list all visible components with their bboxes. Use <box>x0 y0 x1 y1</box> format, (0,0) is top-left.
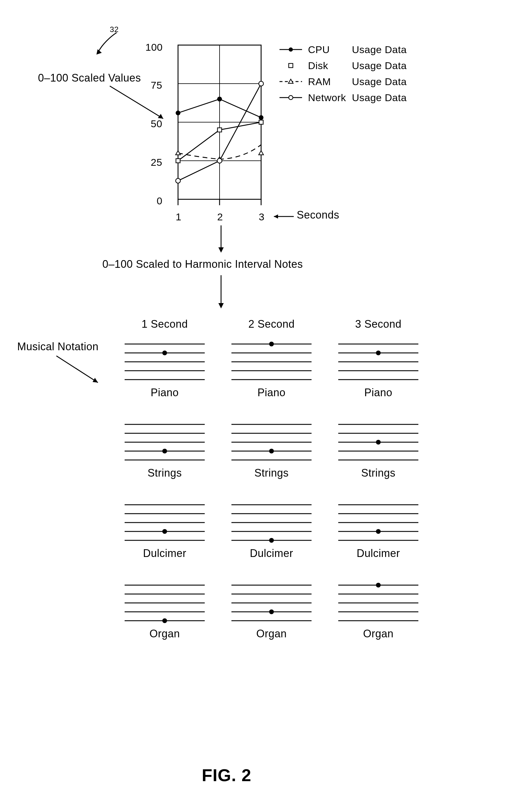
figure-caption: FIG. 2 <box>202 765 251 785</box>
staff-cell: Organ <box>338 582 418 640</box>
notation-row-strings: StringsStringsStrings <box>125 422 418 479</box>
svg-rect-14 <box>176 159 180 163</box>
legend-suffix-cpu: Usage Data <box>352 44 407 55</box>
note-dot <box>376 440 381 445</box>
svg-marker-19 <box>259 151 264 155</box>
col-header-3: 3 Second <box>338 318 418 330</box>
svg-marker-33 <box>218 247 224 253</box>
instrument-label: Dulcimer <box>125 547 205 560</box>
svg-marker-17 <box>176 151 180 155</box>
instrument-label: Organ <box>125 627 205 640</box>
svg-point-11 <box>176 110 180 115</box>
legend-marker-disk <box>279 62 303 69</box>
instrument-label: Dulcimer <box>338 547 418 560</box>
legend-suffix-network: Usage Data <box>352 92 407 103</box>
instrument-label: Organ <box>338 627 418 640</box>
legend-marker-network <box>279 94 303 101</box>
staff <box>231 502 312 543</box>
notation-grid: 1 Second 2 Second 3 Second PianoPianoPia… <box>113 318 418 640</box>
note-dot <box>162 449 167 454</box>
staff-cell: Dulcimer <box>338 502 418 560</box>
staff <box>231 582 312 624</box>
note-dot <box>376 583 381 587</box>
svg-point-21 <box>217 159 222 163</box>
xtick-3: 3 <box>259 211 265 223</box>
svg-rect-15 <box>217 128 222 132</box>
xtick-1: 1 <box>176 211 181 223</box>
svg-marker-37 <box>93 378 98 382</box>
svg-marker-35 <box>218 303 224 308</box>
svg-point-22 <box>259 81 264 86</box>
ytick-0: 0 <box>157 195 162 207</box>
staff-cell: Strings <box>231 422 312 479</box>
label-seconds: Seconds <box>297 209 339 221</box>
legend-name-ram: RAM <box>308 76 352 87</box>
note-dot <box>269 538 274 543</box>
instrument-label: Dulcimer <box>231 547 312 560</box>
note-dot <box>162 529 167 534</box>
note-dot <box>376 529 381 534</box>
staff-cell: Strings <box>125 422 205 479</box>
ytick-75: 75 <box>151 79 162 91</box>
instrument-label: Piano <box>125 386 205 399</box>
staff-cell: Piano <box>338 341 418 399</box>
notation-row-dulcimer: DulcimerDulcimerDulcimer <box>125 502 418 560</box>
svg-point-20 <box>176 179 180 183</box>
staff-cell: Dulcimer <box>231 502 312 560</box>
staff <box>338 502 418 543</box>
svg-marker-24 <box>274 214 278 219</box>
note-dot <box>376 350 381 355</box>
legend: CPU Usage Data Disk Usage Data RAM Usage… <box>279 41 407 105</box>
note-dot <box>269 342 274 346</box>
legend-marker-cpu <box>279 46 303 53</box>
ytick-25: 25 <box>151 157 162 168</box>
label-scaled-values: 0–100 Scaled Values <box>38 72 141 84</box>
arrow-down-2 <box>217 275 225 311</box>
col-header-2: 2 Second <box>231 318 312 330</box>
staff <box>338 582 418 624</box>
svg-point-31 <box>289 95 293 100</box>
staff <box>338 341 418 382</box>
svg-line-36 <box>56 356 98 382</box>
legend-marker-ram <box>279 78 303 85</box>
legend-name-cpu: CPU <box>308 44 352 55</box>
legend-name-network: Network <box>308 92 352 103</box>
svg-point-13 <box>259 115 264 120</box>
ref-numeral-leader <box>94 33 129 56</box>
staff <box>231 341 312 382</box>
instrument-label: Strings <box>231 467 312 479</box>
note-dot <box>269 449 274 454</box>
arrow-scaled-values <box>107 83 172 127</box>
label-scaled-to-harmonic: 0–100 Scaled to Harmonic Interval Notes <box>102 258 303 270</box>
staff <box>231 422 312 463</box>
legend-suffix-ram: Usage Data <box>352 76 407 87</box>
svg-rect-16 <box>259 120 263 124</box>
staff-cell: Piano <box>125 341 205 399</box>
staff-cell: Organ <box>125 582 205 640</box>
arrow-seconds-label <box>269 213 295 222</box>
xtick-2: 2 <box>217 211 223 223</box>
staff <box>338 422 418 463</box>
ytick-50: 50 <box>151 118 162 129</box>
arrow-down-1 <box>217 225 225 255</box>
instrument-label: Organ <box>231 627 312 640</box>
figure-page: 32 0–100 Scaled Values <box>0 0 505 812</box>
staff-cell: Dulcimer <box>125 502 205 560</box>
col-header-1: 1 Second <box>125 318 205 330</box>
staff-cell: Organ <box>231 582 312 640</box>
svg-rect-27 <box>289 63 293 68</box>
staff <box>125 502 205 543</box>
note-dot <box>269 609 274 614</box>
instrument-label: Piano <box>231 386 312 399</box>
staff-cell: Piano <box>231 341 312 399</box>
staff <box>125 422 205 463</box>
arrow-musical-notation <box>53 353 107 391</box>
staff <box>125 582 205 624</box>
notation-row-piano: PianoPianoPiano <box>125 341 418 399</box>
svg-point-26 <box>289 47 293 52</box>
svg-point-12 <box>217 97 222 101</box>
staff <box>125 341 205 382</box>
legend-suffix-disk: Usage Data <box>352 60 407 71</box>
note-dot <box>162 350 167 355</box>
notation-row-organ: OrganOrganOrgan <box>125 582 418 640</box>
